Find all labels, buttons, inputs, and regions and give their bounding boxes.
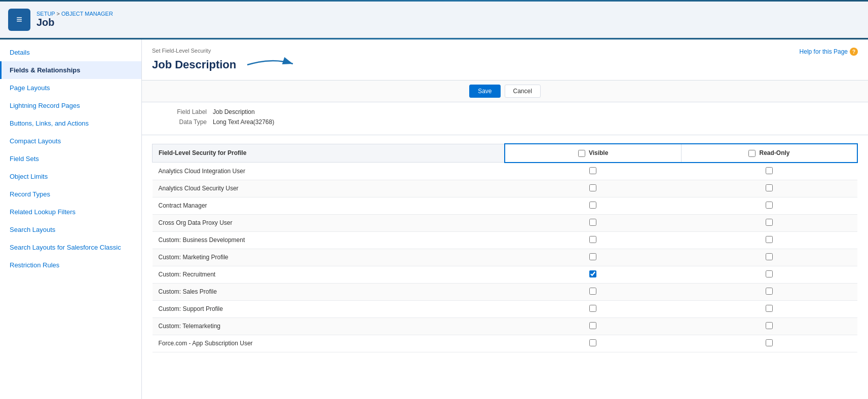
header-text: SETUP > OBJECT MANAGER Job xyxy=(36,11,113,28)
help-icon: ? xyxy=(850,48,858,56)
sidebar-item-buttons-links-actions[interactable]: Buttons, Links, and Actions xyxy=(0,114,141,132)
help-link[interactable]: Help for this Page ? xyxy=(800,48,858,56)
visible-cell xyxy=(505,300,681,317)
sidebar-item-record-types[interactable]: Record Types xyxy=(0,185,141,203)
visible-checkbox[interactable] xyxy=(589,305,596,312)
visible-cell xyxy=(505,317,681,335)
table-row: Force.com - App Subscription User xyxy=(153,335,858,352)
readonly-cell xyxy=(681,283,857,300)
readonly-checkbox[interactable] xyxy=(766,219,773,226)
action-bar: Save Cancel xyxy=(142,81,868,102)
sidebar-item-restriction-rules[interactable]: Restriction Rules xyxy=(0,256,141,274)
top-header: ≡ SETUP > OBJECT MANAGER Job xyxy=(0,2,868,38)
main-content: Set Field-Level Security Job Description xyxy=(142,39,868,399)
readonly-checkbox[interactable] xyxy=(766,305,773,312)
readonly-cell xyxy=(681,231,857,249)
readonly-checkbox[interactable] xyxy=(766,167,773,174)
field-info: Field Label Job Description Data Type Lo… xyxy=(142,102,868,135)
visible-header-checkbox[interactable] xyxy=(578,150,585,157)
visible-cell xyxy=(505,249,681,266)
readonly-cell xyxy=(681,317,857,335)
visible-checkbox[interactable] xyxy=(589,167,596,174)
table-row: Contract Manager xyxy=(153,197,858,214)
profile-cell: Analytics Cloud Security User xyxy=(153,180,505,197)
readonly-cell xyxy=(681,266,857,283)
readonly-checkbox[interactable] xyxy=(766,202,773,209)
visible-cell xyxy=(505,163,681,180)
profile-column-header: Field-Level Security for Profile xyxy=(153,144,505,163)
visible-checkbox[interactable] xyxy=(589,184,596,191)
profile-cell: Force.com - App Subscription User xyxy=(153,335,505,352)
visible-checkbox[interactable] xyxy=(589,253,596,260)
visible-cell xyxy=(505,335,681,352)
readonly-column-header: Read-Only xyxy=(681,144,857,163)
save-button[interactable]: Save xyxy=(469,85,500,98)
page-title: Job xyxy=(36,17,113,28)
app-icon: ≡ xyxy=(8,9,30,31)
table-row: Analytics Cloud Security User xyxy=(153,180,858,197)
readonly-checkbox[interactable] xyxy=(766,253,773,260)
visible-cell xyxy=(505,231,681,249)
breadcrumb: SETUP > OBJECT MANAGER xyxy=(36,11,113,17)
visible-checkbox[interactable] xyxy=(589,219,596,226)
data-type-key: Data Type xyxy=(152,118,213,126)
visible-checkbox[interactable] xyxy=(589,339,596,346)
visible-cell xyxy=(505,283,681,300)
table-row: Custom: Support Profile xyxy=(153,300,858,317)
profile-cell: Custom: Telemarketing xyxy=(153,317,505,335)
content-header: Set Field-Level Security Job Description xyxy=(142,39,868,81)
profile-cell: Analytics Cloud Integration User xyxy=(153,163,505,180)
readonly-cell xyxy=(681,335,857,352)
readonly-cell xyxy=(681,197,857,214)
profile-cell: Cross Org Data Proxy User xyxy=(153,214,505,231)
readonly-cell xyxy=(681,163,857,180)
table-row: Analytics Cloud Integration User xyxy=(153,163,858,180)
profile-cell: Custom: Business Development xyxy=(153,231,505,249)
visible-cell xyxy=(505,266,681,283)
visible-checkbox[interactable] xyxy=(589,288,596,295)
sidebar: Details Fields & Relationships Page Layo… xyxy=(0,39,142,399)
visible-checkbox[interactable] xyxy=(589,270,596,277)
readonly-checkbox[interactable] xyxy=(766,339,773,346)
visible-cell xyxy=(505,197,681,214)
readonly-checkbox[interactable] xyxy=(766,270,773,277)
sidebar-item-search-layouts-classic[interactable]: Search Layouts for Salesforce Classic xyxy=(0,238,141,256)
sidebar-item-object-limits[interactable]: Object Limits xyxy=(0,168,141,185)
readonly-header-checkbox[interactable] xyxy=(748,150,756,157)
arrow-annotation xyxy=(242,55,303,75)
profile-cell: Custom: Marketing Profile xyxy=(153,249,505,266)
sidebar-item-search-layouts[interactable]: Search Layouts xyxy=(0,221,141,238)
readonly-checkbox[interactable] xyxy=(766,322,773,329)
sidebar-item-fields-relationships[interactable]: Fields & Relationships xyxy=(0,61,141,79)
readonly-cell xyxy=(681,249,857,266)
content-title: Job Description xyxy=(152,55,303,75)
visible-cell xyxy=(505,180,681,197)
table-row: Cross Org Data Proxy User xyxy=(153,214,858,231)
content-subtitle: Set Field-Level Security xyxy=(152,48,303,54)
table-row: Custom: Recruitment xyxy=(153,266,858,283)
field-label-value: Job Description xyxy=(213,108,255,115)
cancel-button[interactable]: Cancel xyxy=(505,85,541,98)
readonly-checkbox[interactable] xyxy=(766,288,773,295)
sidebar-item-page-layouts[interactable]: Page Layouts xyxy=(0,79,141,97)
readonly-cell xyxy=(681,180,857,197)
visible-checkbox[interactable] xyxy=(589,322,596,329)
sidebar-item-details[interactable]: Details xyxy=(0,44,141,61)
readonly-checkbox[interactable] xyxy=(766,184,773,191)
sidebar-item-field-sets[interactable]: Field Sets xyxy=(0,150,141,168)
profile-cell: Custom: Recruitment xyxy=(153,266,505,283)
table-section: Field-Level Security for Profile Visible… xyxy=(142,135,868,361)
security-table: Field-Level Security for Profile Visible… xyxy=(152,143,858,352)
breadcrumb-object-manager[interactable]: OBJECT MANAGER xyxy=(61,11,113,17)
sidebar-item-compact-layouts[interactable]: Compact Layouts xyxy=(0,132,141,150)
visible-checkbox[interactable] xyxy=(589,236,596,243)
breadcrumb-setup[interactable]: SETUP xyxy=(36,11,55,17)
visible-checkbox[interactable] xyxy=(589,202,596,209)
sidebar-item-lightning-record-pages[interactable]: Lightning Record Pages xyxy=(0,97,141,114)
table-row: Custom: Sales Profile xyxy=(153,283,858,300)
sidebar-item-related-lookup-filters[interactable]: Related Lookup Filters xyxy=(0,203,141,221)
visible-cell xyxy=(505,214,681,231)
readonly-checkbox[interactable] xyxy=(766,236,773,243)
field-label-key: Field Label xyxy=(152,108,213,115)
visible-column-header: Visible xyxy=(505,144,681,163)
